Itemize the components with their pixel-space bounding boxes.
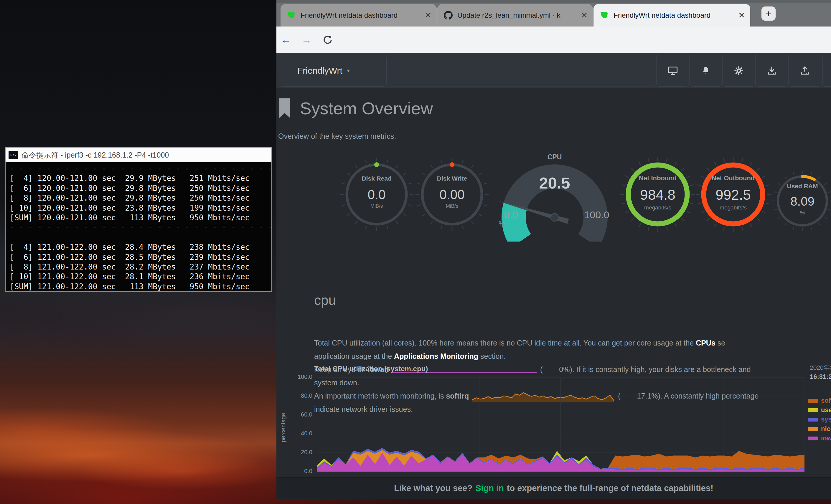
back-button[interactable]: ← bbox=[280, 34, 292, 46]
gauge-disk-write[interactable]: Disk Write 0.00 MiB/s bbox=[414, 156, 490, 233]
gauge-dial bbox=[493, 153, 617, 241]
gauge-disk-read[interactable]: Disk Read 0.0 MiB/s bbox=[338, 156, 415, 233]
chart-timestamp-time: 16:31:2 bbox=[810, 373, 831, 381]
netdata-icon bbox=[287, 11, 296, 20]
gauge-unit: MiB/s bbox=[338, 203, 415, 209]
terminal-line: - - - - - - - - - - - - - - - - - - - - … bbox=[10, 223, 271, 232]
terminal-line: [SUM] 121.00-122.00 sec 113 MBytes 950 M… bbox=[10, 282, 271, 291]
gauge-value: 8.09 bbox=[770, 195, 831, 209]
gauge-label: Used RAM bbox=[770, 183, 831, 190]
terminal-line: [ 10] 121.00-122.00 sec 28.1 MBytes 236 … bbox=[10, 272, 271, 281]
banner-text: Like what you see? bbox=[394, 483, 472, 493]
gauge-value: 992.5 bbox=[695, 187, 772, 203]
settings-button[interactable] bbox=[722, 55, 755, 87]
section-header: System Overview bbox=[279, 98, 433, 119]
link-cpus[interactable]: CPUs bbox=[696, 339, 715, 347]
y-axis-label: percentage bbox=[280, 404, 287, 451]
gauge-unit: megabits/s bbox=[620, 204, 696, 211]
nodes-view-button[interactable] bbox=[656, 55, 689, 87]
text: se bbox=[715, 339, 725, 347]
chart-title: Total CPU utilization (system.cpu) bbox=[314, 365, 428, 373]
iowait-value: 0%). bbox=[559, 365, 574, 374]
text: ( bbox=[540, 365, 543, 374]
legend-swatch bbox=[808, 427, 818, 431]
gauge-used-ram[interactable]: Used RAM 8.09 % bbox=[770, 169, 831, 233]
close-icon[interactable]: ✕ bbox=[581, 10, 588, 20]
y-axis-tick: 60.0 bbox=[289, 411, 312, 418]
reload-icon bbox=[322, 34, 333, 46]
terminal-line: [ 8] 120.00-121.00 sec 29.8 MBytes 250 M… bbox=[10, 193, 271, 203]
close-icon[interactable]: ✕ bbox=[425, 10, 431, 20]
tab-label: FriendlyWrt netdata dashboard bbox=[613, 11, 735, 20]
reload-button[interactable] bbox=[322, 34, 334, 46]
text: application usage at the bbox=[314, 352, 394, 360]
import-button[interactable] bbox=[755, 55, 788, 87]
legend-item-iowait[interactable]: iowait bbox=[808, 434, 831, 443]
gauge-value: 0.00 bbox=[414, 187, 490, 202]
link-applications-monitoring[interactable]: Applications Monitoring bbox=[394, 352, 478, 360]
bell-icon bbox=[701, 66, 711, 76]
browser-window: FriendlyWrt netdata dashboard ✕ Update r… bbox=[277, 0, 831, 499]
page-title: System Overview bbox=[300, 98, 433, 119]
legend-swatch bbox=[808, 437, 818, 440]
terminal-line: - - - - - - - - - - - - - - - - - - - - … bbox=[10, 164, 271, 174]
gauge-unit: % bbox=[497, 220, 506, 228]
legend-item-softirq[interactable]: softirq bbox=[808, 396, 831, 405]
gauge-net-outbound[interactable]: Net Outbound 992.5 megabits/s bbox=[695, 156, 772, 233]
gauge-max: 100.0 bbox=[580, 209, 613, 220]
netdata-icon bbox=[600, 11, 609, 20]
gauge-label: Net Outbound bbox=[695, 174, 772, 182]
forward-button[interactable]: → bbox=[300, 34, 312, 46]
legend-item-user[interactable]: user bbox=[808, 405, 831, 415]
terminal-window[interactable]: C:\ 命令提示符 - iperf3 -c 192.168.1.2 -P4 -t… bbox=[5, 147, 272, 292]
y-axis-tick: 20.0 bbox=[289, 449, 312, 456]
chevron-down-icon: ▾ bbox=[347, 67, 350, 74]
tab-netdata-dashboard-2[interactable]: FriendlyWrt netdata dashboard ✕ bbox=[594, 4, 750, 27]
upload-icon bbox=[800, 66, 810, 76]
export-button[interactable] bbox=[788, 55, 821, 87]
terminal-titlebar[interactable]: C:\ 命令提示符 - iperf3 -c 192.168.1.2 -P4 -t… bbox=[6, 148, 271, 162]
close-icon[interactable]: ✕ bbox=[738, 10, 745, 20]
tab-netdata-dashboard-1[interactable]: FriendlyWrt netdata dashboard ✕ bbox=[281, 4, 437, 27]
legend-label: nice bbox=[821, 425, 831, 433]
new-tab-button[interactable]: + bbox=[762, 6, 776, 21]
gauge-label: Disk Read bbox=[338, 175, 415, 182]
gauge-value: 0.0 bbox=[338, 187, 415, 202]
legend-label: system bbox=[821, 416, 831, 423]
legend-swatch bbox=[808, 399, 818, 403]
terminal-line: [ 8] 121.00-122.00 sec 28.2 MBytes 237 M… bbox=[10, 262, 271, 272]
text: Total CPU utilization (all cores). 100% … bbox=[314, 339, 696, 347]
terminal-output[interactable]: - - - - - - - - - - - - - - - - - - - - … bbox=[6, 162, 271, 291]
cpu-utilization-chart[interactable] bbox=[317, 377, 804, 472]
terminal-line: [ 6] 120.00-121.00 sec 29.8 MBytes 250 M… bbox=[10, 183, 271, 193]
y-axis-tick: 40.0 bbox=[289, 430, 312, 437]
terminal-line: [ 6] 121.00-122.00 sec 28.5 MBytes 239 M… bbox=[10, 253, 271, 262]
y-axis-tick: 100.0 bbox=[289, 374, 312, 380]
gauge-net-inbound[interactable]: Net Inbound 984.8 megabits/s bbox=[620, 156, 696, 233]
terminal-title: 命令提示符 - iperf3 -c 192.168.1.2 -P4 -t1000 bbox=[22, 150, 169, 160]
browser-toolbar: ← → 不安全 192.168.2.1:19999/#menu_system_s… bbox=[277, 27, 831, 53]
legend-swatch bbox=[808, 408, 818, 412]
download-icon bbox=[767, 66, 777, 76]
y-axis-tick: 80.0 bbox=[289, 392, 312, 399]
y-axis-tick: 0.0 bbox=[289, 468, 312, 475]
terminal-line: [ 4] 121.00-122.00 sec 28.4 MBytes 238 M… bbox=[10, 242, 271, 252]
terminal-line bbox=[10, 233, 271, 242]
gauge-value: 984.8 bbox=[620, 187, 696, 203]
gauge-value: 20.5 bbox=[493, 174, 617, 192]
github-icon bbox=[444, 11, 453, 20]
netdata-page: FriendlyWrt ▾ bbox=[277, 53, 831, 499]
legend-item-nice[interactable]: nice bbox=[808, 424, 831, 434]
sign-in-link[interactable]: Sign in bbox=[475, 483, 504, 493]
tab-label: Update r2s_lean_minimal.yml · k bbox=[457, 11, 577, 20]
host-selector[interactable]: FriendlyWrt ▾ bbox=[279, 55, 386, 87]
tab-github-update[interactable]: Update r2s_lean_minimal.yml · k ✕ bbox=[437, 4, 593, 27]
text: section. bbox=[478, 352, 506, 360]
host-name: FriendlyWrt bbox=[297, 66, 342, 76]
gauge-cpu[interactable]: CPU 20.5 0.0 100.0 % bbox=[493, 153, 617, 241]
legend-item-system[interactable]: system bbox=[808, 415, 831, 424]
alarms-button[interactable] bbox=[689, 55, 722, 87]
header-partial-button[interactable] bbox=[823, 55, 831, 87]
netdata-header: FriendlyWrt ▾ bbox=[277, 53, 831, 88]
description-line: application usage at the Applications Mo… bbox=[314, 350, 831, 363]
